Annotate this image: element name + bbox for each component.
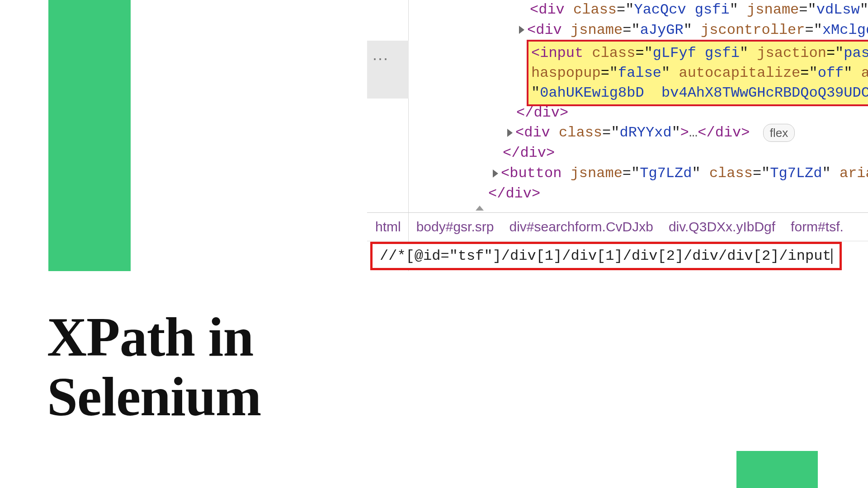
expand-arrow-icon[interactable] bbox=[507, 129, 513, 137]
highlight-line: <input class="gLFyf gsfi" jsaction="past… bbox=[531, 43, 868, 63]
breadcrumb-item[interactable]: form#tsf. bbox=[791, 219, 844, 235]
devtools-panel: ... <div class="YacQcv gsfi" jsname="vdL… bbox=[367, 0, 868, 271]
xpath-value: //*[@id="tsf"]/div[1]/div[1]/div[2]/div/… bbox=[380, 248, 831, 264]
breadcrumb-item[interactable]: div.Q3DXx.yIbDgf bbox=[669, 219, 775, 235]
dom-tree[interactable]: <div class="YacQcv gsfi" jsname="vdLsw">… bbox=[412, 0, 868, 204]
decorative-block-top bbox=[48, 0, 131, 271]
breadcrumb-item[interactable]: html bbox=[375, 219, 401, 235]
gutter-dots-icon: ... bbox=[373, 45, 389, 64]
selected-dom-element[interactable]: <input class="gLFyf gsfi" jsaction="past… bbox=[527, 40, 868, 106]
xpath-search-input[interactable]: //*[@id="tsf"]/div[1]/div[1]/div[2]/div/… bbox=[370, 242, 842, 270]
highlight-line: "0ahUKEwig8bD bv4AhX8TWwGHcRBDQoQ39UDCAs… bbox=[531, 83, 868, 103]
text-cursor-icon bbox=[831, 249, 832, 264]
breadcrumb-caret-icon bbox=[476, 206, 484, 211]
flex-badge[interactable]: flex bbox=[763, 124, 795, 142]
title-line-2: Selenium bbox=[47, 366, 261, 427]
dom-line[interactable]: <div class="YacQcv gsfi" jsname="vdLsw">… bbox=[530, 0, 868, 20]
dom-line[interactable]: </div> bbox=[488, 184, 868, 204]
title-line-1: XPath in bbox=[47, 306, 253, 367]
expand-arrow-icon[interactable] bbox=[519, 26, 524, 34]
expand-arrow-icon[interactable] bbox=[493, 169, 498, 178]
highlight-line: haspopup="false" autocapitalize="off" au… bbox=[531, 63, 868, 83]
breadcrumb-item[interactable]: div#searchform.CvDJxb bbox=[509, 219, 653, 235]
dom-breadcrumbs[interactable]: html body#gsr.srp div#searchform.CvDJxb … bbox=[367, 212, 868, 241]
slide-title: XPath in Selenium bbox=[47, 307, 261, 427]
dom-line[interactable]: <button jsname="Tg7LZd" class="Tg7LZd" a… bbox=[493, 164, 868, 184]
breadcrumb-item[interactable]: body#gsr.srp bbox=[416, 219, 494, 235]
decorative-block-bottom bbox=[736, 451, 818, 488]
dom-line[interactable]: <div class="dRYYxd">…</div> flex bbox=[507, 123, 868, 143]
dom-line[interactable]: <div jsname="aJyGR" jscontroller="xMclgd… bbox=[519, 20, 868, 41]
dom-line[interactable]: </div> bbox=[503, 143, 868, 164]
